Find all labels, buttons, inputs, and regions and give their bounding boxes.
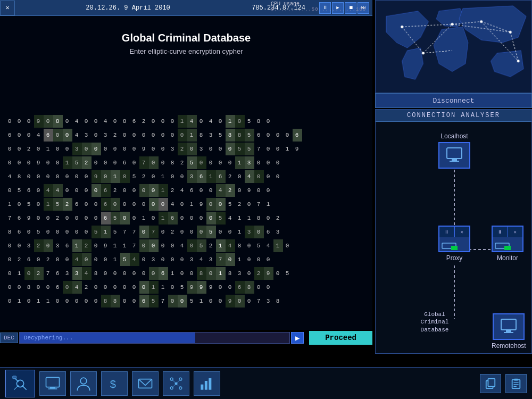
taskbar-satellite-button[interactable] bbox=[5, 370, 35, 397]
cipher-cell: 0 bbox=[34, 198, 44, 211]
cipher-cell: 0 bbox=[44, 239, 53, 252]
cipher-cell: 8 bbox=[197, 129, 206, 142]
cipher-cell: 0 bbox=[92, 129, 101, 142]
cipher-cell: 0 bbox=[72, 170, 82, 183]
cpu-bar: CPU usage 0...........50...........100 bbox=[269, 0, 372, 13]
svg-line-30 bbox=[176, 384, 180, 388]
cipher-cell: 0 bbox=[5, 184, 15, 197]
cipher-cell: 0 bbox=[139, 253, 149, 266]
taskbar-network-button[interactable] bbox=[163, 371, 189, 396]
cipher-cell: 5 bbox=[178, 281, 187, 294]
proxy-pause-btn[interactable]: ⏸ bbox=[439, 227, 455, 237]
cipher-cell: 0 bbox=[245, 267, 254, 280]
rb-copy-button[interactable] bbox=[480, 374, 501, 393]
localhost-label: Localhost bbox=[440, 132, 468, 140]
cipher-cell: 1 bbox=[159, 170, 168, 183]
taskbar-user-button[interactable] bbox=[70, 371, 97, 396]
cipher-cell: 6 bbox=[5, 129, 15, 142]
taskbar-monitor-button[interactable] bbox=[39, 371, 66, 396]
cipher-cell: 5 bbox=[187, 156, 197, 169]
cipher-cell: 2 bbox=[168, 226, 178, 238]
cipher-cell: 0 bbox=[120, 281, 130, 294]
cipher-cell: 0 bbox=[24, 267, 34, 280]
cipher-cell: 0 bbox=[178, 129, 187, 142]
rb-paste-button[interactable] bbox=[505, 374, 527, 393]
cipher-cell: 0 bbox=[130, 198, 139, 211]
right-bottom-bar bbox=[375, 367, 532, 399]
cipher-cell: 0 bbox=[149, 129, 159, 142]
cipher-cell: 0 bbox=[15, 129, 24, 142]
disconnect-button[interactable]: Disconnect bbox=[375, 93, 532, 108]
progress-bar: Decyphering... bbox=[19, 332, 290, 344]
cipher-cell: 3 bbox=[187, 253, 197, 266]
cipher-cell: 4 bbox=[226, 212, 235, 225]
cipher-cell: 5 bbox=[34, 226, 44, 238]
cipher-row: 0560440000620000124600420900 bbox=[5, 184, 367, 197]
cipher-cell: 0 bbox=[216, 198, 226, 211]
cipher-cell: 4 bbox=[206, 115, 216, 128]
proceed-button[interactable]: Proceed bbox=[309, 331, 372, 345]
progress-arrow-button[interactable]: ▶ bbox=[291, 332, 304, 344]
close-button[interactable]: ✕ bbox=[0, 1, 15, 15]
cipher-cell: 0 bbox=[206, 295, 216, 307]
cipher-row: 0020100300000090032030005570019 bbox=[5, 142, 367, 156]
cipher-cell: 5 bbox=[226, 198, 235, 211]
proxy-icon-box: ⏸ ✕ bbox=[438, 226, 470, 252]
cipher-cell: 0 bbox=[130, 156, 139, 169]
localhost-node: Localhost bbox=[438, 132, 470, 169]
cipher-cell: 6 bbox=[254, 129, 264, 142]
cipher-cell: 5 bbox=[149, 295, 159, 307]
cipher-cell: 9 bbox=[206, 281, 216, 294]
cipher-cell: 0 bbox=[111, 143, 120, 155]
cipher-cell: 0 bbox=[82, 115, 92, 128]
cipher-cell: 9 bbox=[245, 184, 254, 197]
cipher-cell: 0 bbox=[273, 129, 283, 142]
cipher-cell: 0 bbox=[226, 281, 235, 294]
cipher-row: 010276334800000061008018302905 bbox=[5, 267, 367, 280]
cipher-cell: 1 bbox=[34, 295, 44, 307]
cipher-cell: 6 bbox=[168, 212, 178, 225]
cipher-cell: 0 bbox=[24, 129, 34, 142]
cipher-cell: 6 bbox=[197, 170, 206, 183]
taskbar-chart-button[interactable] bbox=[194, 371, 220, 396]
cipher-cell: 4 bbox=[245, 170, 254, 183]
cipher-cell: 0 bbox=[34, 184, 44, 197]
cipher-cell: 5 bbox=[206, 226, 216, 238]
cipher-cell: 5 bbox=[245, 143, 254, 155]
cipher-cell: 3 bbox=[63, 267, 72, 280]
cipher-cell: 0 bbox=[101, 253, 111, 266]
cipher-cell: 4 bbox=[5, 170, 15, 183]
cipher-cell: 0 bbox=[187, 143, 197, 155]
cipher-cell: 6 bbox=[15, 226, 24, 238]
monitor-pause-btn[interactable]: ⏸ bbox=[493, 227, 508, 237]
cipher-cell: 0 bbox=[197, 156, 206, 169]
cipher-cell: 0 bbox=[101, 143, 111, 155]
cipher-cell: 0 bbox=[149, 156, 159, 169]
cipher-cell: 0 bbox=[159, 226, 168, 238]
cipher-cell: 2 bbox=[226, 170, 235, 183]
cipher-cell: 2 bbox=[15, 253, 24, 266]
taskbar-mail-button[interactable] bbox=[132, 371, 159, 396]
cipher-cell: 0 bbox=[264, 129, 273, 142]
cipher-cell: 0 bbox=[245, 295, 254, 307]
cipher-cell: 0 bbox=[159, 129, 168, 142]
cipher-cell: 3 bbox=[72, 267, 82, 280]
monitor-close-btn[interactable]: ✕ bbox=[508, 227, 523, 237]
cipher-cell: 1 bbox=[44, 143, 53, 155]
cipher-cell: 0 bbox=[187, 239, 197, 252]
cipher-cell: 0 bbox=[178, 253, 187, 266]
cipher-cell: 8 bbox=[24, 281, 34, 294]
cipher-cell: 0 bbox=[187, 267, 197, 280]
cipher-cell: 0 bbox=[15, 281, 24, 294]
cipher-cell: 0 bbox=[120, 198, 130, 211]
cipher-cell: 0 bbox=[92, 295, 101, 307]
cipher-cell: 2 bbox=[53, 212, 63, 225]
cipher-cell: 0 bbox=[226, 156, 235, 169]
cipher-cell: 0 bbox=[206, 267, 216, 280]
cipher-cell: 0 bbox=[63, 143, 72, 155]
cipher-cell: 5 bbox=[197, 239, 206, 252]
cipher-cell: 4 bbox=[44, 184, 53, 197]
proxy-close-btn[interactable]: ✕ bbox=[455, 227, 470, 237]
cipher-cell: 0 bbox=[197, 184, 206, 197]
taskbar-dollar-button[interactable]: $ bbox=[101, 371, 128, 396]
